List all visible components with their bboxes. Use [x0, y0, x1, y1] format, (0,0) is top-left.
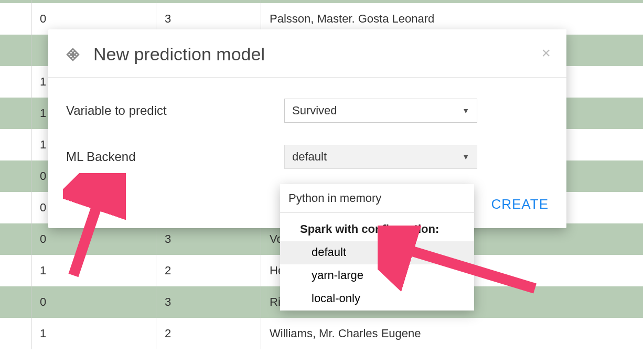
table-cell	[0, 255, 31, 286]
table-cell	[634, 255, 643, 286]
table-cell: 1	[31, 318, 156, 349]
chevron-down-icon: ▼	[462, 153, 469, 161]
table-cell	[0, 98, 31, 129]
label-variable-to-predict: Variable to predict	[66, 103, 284, 118]
table-cell	[634, 223, 643, 255]
table-cell: Williams, Mr. Charles Eugene	[261, 318, 634, 349]
table-cell	[634, 318, 643, 349]
table-cell	[0, 160, 31, 192]
ml-backend-dropdown: Python in memory Spark with configuratio…	[280, 184, 474, 311]
table-row: 12Williams, Mr. Charles Eugene	[0, 318, 643, 349]
table-cell: 3	[156, 223, 261, 255]
table-cell: 3	[156, 286, 261, 318]
table-cell: 2	[156, 318, 261, 349]
modal-title: New prediction model	[93, 44, 265, 65]
table-cell	[634, 192, 643, 223]
modal-header: New prediction model ×	[48, 29, 566, 78]
select-variable-value: Survived	[292, 104, 337, 117]
create-button[interactable]: CREATE	[491, 196, 549, 212]
table-cell	[0, 192, 31, 223]
table-cell	[0, 318, 31, 349]
select-ml-backend[interactable]: default ▼	[284, 145, 477, 169]
table-cell	[634, 286, 643, 318]
table-cell	[634, 160, 643, 192]
dropdown-item-python-in-memory[interactable]: Python in memory	[280, 184, 474, 212]
table-cell	[634, 35, 643, 66]
table-cell	[634, 66, 643, 98]
table-cell	[0, 35, 31, 66]
modal-body: Variable to predict Survived ▼ ML Backen…	[48, 78, 566, 196]
select-backend-value: default	[292, 150, 327, 164]
table-cell	[0, 223, 31, 255]
table-cell	[0, 286, 31, 318]
table-cell: 0	[31, 286, 156, 318]
table-cell	[0, 129, 31, 160]
model-icon	[65, 47, 81, 62]
table-cell: 1	[31, 255, 156, 286]
svg-rect-0	[66, 48, 79, 61]
table-cell: 0	[31, 223, 156, 255]
dropdown-option-local-only[interactable]: local-only	[280, 287, 474, 311]
table-cell	[634, 129, 643, 160]
form-row-variable: Variable to predict Survived ▼	[66, 99, 549, 123]
table-cell	[634, 3, 643, 35]
chevron-down-icon: ▼	[462, 106, 469, 115]
dropdown-option-yarn-large[interactable]: yarn-large	[280, 264, 474, 287]
table-cell	[0, 3, 31, 35]
dropdown-header-spark: Spark with configuration:	[280, 213, 474, 241]
select-variable-to-predict[interactable]: Survived ▼	[284, 99, 477, 123]
table-cell: 2	[156, 255, 261, 286]
form-row-ml-backend: ML Backend default ▼	[66, 145, 549, 169]
dropdown-option-default[interactable]: default	[280, 241, 474, 264]
close-icon[interactable]: ×	[541, 45, 551, 61]
label-ml-backend: ML Backend	[66, 149, 284, 164]
table-cell	[0, 66, 31, 98]
table-cell	[634, 98, 643, 129]
